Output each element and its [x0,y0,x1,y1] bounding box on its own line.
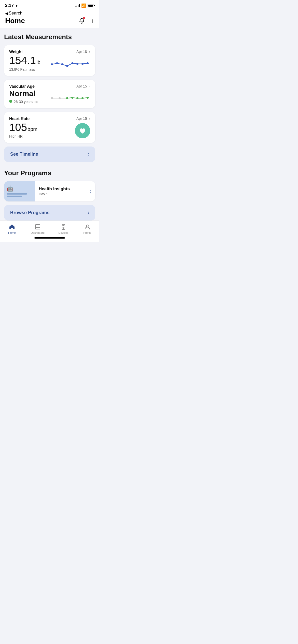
add-button[interactable]: + [90,18,94,24]
nav-header: ◀ Search Home + [0,10,99,28]
wifi-icon: 📶 [81,3,86,8]
vascular-value: Normal [9,89,49,98]
battery-icon [88,4,94,7]
svg-point-12 [66,97,68,99]
svg-point-5 [76,63,78,65]
notification-badge [83,17,85,19]
tab-devices[interactable]: Devices [56,223,71,234]
svg-point-13 [71,97,73,99]
svg-point-7 [87,62,89,64]
heartrate-subtitle: High HR [9,134,49,138]
tab-profile[interactable]: Profile [80,223,95,234]
tab-dashboard[interactable]: Dashboard [28,223,47,234]
svg-point-9 [51,97,53,99]
page-title: Home [5,17,25,25]
heart-icon [78,127,87,135]
program-chevron-icon: 〉 [90,189,91,194]
status-bar: 2:17 ► 📶 [0,0,99,10]
devices-tab-icon [60,223,67,230]
home-tab-icon [8,223,16,230]
profile-tab-icon [84,223,91,230]
timeline-chevron-icon: 〉 [88,152,89,157]
timeline-label: See Timeline [10,152,38,157]
svg-point-2 [61,63,63,65]
weight-subtitle: 13.8% Fat mass [9,67,49,71]
weight-date: Apr 18 › [76,50,90,54]
browse-chevron-icon: 〉 [88,210,89,215]
browse-label: Browse Programs [10,210,49,215]
heartrate-info: 105 bpm High HR [9,122,49,138]
program-card[interactable]: 🤖 Health Insights Day 1 〉 [4,181,95,201]
browse-programs-button[interactable]: Browse Programs 〉 [4,205,95,221]
signal-icon [75,4,80,7]
svg-point-10 [59,97,61,99]
profile-tab-label: Profile [83,231,91,234]
svg-point-15 [82,97,84,99]
vascular-dot-icon [9,100,12,103]
svg-point-16 [87,97,89,99]
program-title: Health Insights [39,186,70,192]
svg-point-24 [86,225,88,227]
back-button[interactable]: ◀ Search [5,11,94,16]
devices-tab-label: Devices [58,231,68,234]
heartrate-date: Apr 15 › [76,116,90,121]
svg-point-6 [82,63,84,65]
header-actions: + [78,17,94,25]
heart-circle-icon [75,123,90,138]
svg-point-14 [76,97,78,99]
home-tab-label: Home [8,231,16,234]
notification-button[interactable] [78,17,86,25]
svg-point-0 [51,63,53,65]
tab-bar: Home Dashboard Devices [0,221,99,235]
vascular-subtitle-row: 26-30 years old [9,99,49,104]
program-image: 🤖 [4,181,35,201]
status-icons: 📶 [75,3,94,8]
heartrate-icon [49,123,90,138]
svg-point-1 [56,62,58,64]
program-subtitle: Day 1 [39,192,70,196]
svg-point-4 [71,62,73,64]
program-emoji-icon: 🤖 [7,185,13,192]
vascular-subtitle: 26-30 years old [14,100,38,104]
heartrate-label: Heart Rate [9,116,30,121]
vascular-card[interactable]: Vascular Age Apr 15 › Normal 26-30 years… [4,80,95,108]
tab-home[interactable]: Home [4,223,20,234]
main-content: Latest Measurements Weight Apr 18 › 154.… [0,28,99,221]
vascular-label: Vascular Age [9,84,35,89]
heartrate-unit: bpm [28,126,37,132]
dashboard-tab-icon [34,223,41,230]
measurements-section-title: Latest Measurements [4,33,95,41]
program-lines [7,193,32,197]
weight-card[interactable]: Weight Apr 18 › 154.1 lb 13.8% Fat mass [4,45,95,76]
home-indicator [0,235,99,242]
weight-unit: lb [36,60,40,65]
programs-section: Your Programs 🤖 Health Insights Day 1 〉 [4,169,95,221]
vascular-date: Apr 15 › [76,84,90,88]
vascular-chart [49,91,90,104]
vascular-info: Normal 26-30 years old [9,89,49,104]
weight-info: 154.1 lb 13.8% Fat mass [9,55,49,71]
back-arrow-icon: ◀ [5,11,8,16]
weight-value: 154.1 [9,55,36,66]
program-illustration: 🤖 [4,183,35,200]
home-indicator-bar [34,237,65,239]
svg-point-3 [66,65,68,67]
dashboard-tab-label: Dashboard [31,231,45,234]
weight-chart [49,59,90,71]
weight-label: Weight [9,50,23,54]
programs-section-title: Your Programs [4,169,95,177]
program-info: Health Insights Day 1 〉 [35,183,95,200]
heartrate-value: 105 [9,122,27,133]
svg-rect-17 [35,225,40,229]
heartrate-card[interactable]: Heart Rate Apr 15 › 105 bpm High HR [4,112,95,143]
see-timeline-button[interactable]: See Timeline 〉 [4,147,95,162]
svg-point-22 [63,227,64,229]
status-time: 2:17 ► [5,3,19,8]
